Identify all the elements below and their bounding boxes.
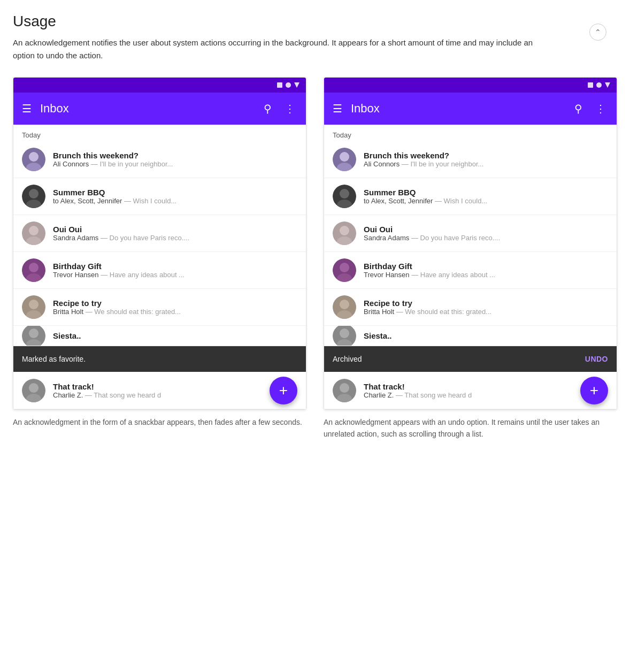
snackbar-action-right[interactable]: UNDO: [585, 355, 608, 363]
email-item-recipe-left[interactable]: Recipe to try Britta Holt — We should ea…: [13, 289, 306, 326]
snackbar-message-left: Marked as favorite.: [22, 355, 86, 363]
email-subject-oui-left: Oui Oui: [53, 225, 297, 234]
email-sender-oui-left: Sandra Adams: [53, 234, 98, 242]
email-preview-recipe-left: — We should eat this: grated...: [86, 308, 181, 316]
email-subject-bbq-left: Summer BBQ: [53, 188, 297, 197]
svg-point-7: [29, 226, 39, 235]
status-icon-square: [277, 82, 282, 88]
more-icon-left[interactable]: ⋮: [282, 100, 297, 117]
svg-point-10: [29, 263, 39, 272]
email-item-recipe-right[interactable]: Recipe to try Britta Holt — We should ea…: [324, 289, 617, 326]
avatar-brunch-left: [22, 148, 45, 171]
email-sender-charlie-left: Charlie Z.: [53, 391, 83, 399]
avatar-bbq-left: [22, 185, 45, 208]
email-item-brunch-right[interactable]: Brunch this weekend? Ali Connors — I'll …: [324, 141, 617, 178]
fab-row-right: That track! Charlie Z. — That song we he…: [324, 372, 617, 409]
email-sender-recipe-left: Britta Holt: [53, 308, 83, 316]
svg-point-4: [29, 189, 39, 198]
email-item-birthday-left[interactable]: Birthday Gift Trevor Hansen — Have any i…: [13, 252, 306, 289]
avatar-recipe-right: [333, 295, 356, 319]
email-item-bbq-right[interactable]: Summer BBQ to Alex, Scott, Jennifer — Wi…: [324, 178, 617, 215]
email-content-oui-left: Oui Oui Sandra Adams — Do you have Paris…: [53, 225, 297, 242]
email-sender-birthday-left: Trevor Hansen: [53, 271, 99, 279]
avatar-recipe-left: [22, 295, 45, 319]
email-meta-bbq-left: to Alex, Scott, Jennifer — Wish I could.…: [53, 197, 297, 205]
app-bar-left: ☰ Inbox ⚲ ⋮: [13, 93, 306, 125]
email-content-birthday-right: Birthday Gift Trevor Hansen — Have any i…: [364, 262, 608, 279]
avatar-charlie-left: [22, 379, 45, 402]
avatar-birthday-left: [22, 258, 45, 282]
svg-point-40: [340, 383, 349, 393]
section-label-left: Today: [13, 125, 306, 141]
email-item-siesta-left[interactable]: Siesta..: [13, 326, 306, 346]
avatar-charlie-right: [333, 379, 356, 402]
email-sender-birthday-right: Trevor Hansen: [364, 271, 410, 279]
email-subject-charlie-right: That track!: [364, 382, 608, 391]
email-subject-brunch-left: Brunch this weekend?: [53, 151, 297, 160]
fab-row-left: That track! Charlie Z. — That song we he…: [13, 372, 306, 409]
email-preview-birthday-right: — Have any ideas about ...: [411, 271, 495, 279]
email-meta-recipe-right: Britta Holt — We should eat this: grated…: [364, 308, 608, 316]
phone-frame-right: ☰ Inbox ⚲ ⋮ Today Brunch this weekend? A…: [324, 77, 617, 410]
app-bar-title-right: Inbox: [351, 102, 564, 116]
svg-point-34: [340, 300, 349, 309]
email-preview-bbq-right: — Wish I could...: [435, 197, 487, 205]
email-subject-recipe-right: Recipe to try: [364, 299, 608, 308]
email-subject-recipe-left: Recipe to try: [53, 299, 297, 308]
email-sender-charlie-right: Charlie Z.: [364, 391, 394, 399]
email-item-birthday-right[interactable]: Birthday Gift Trevor Hansen — Have any i…: [324, 252, 617, 289]
email-meta-birthday-right: Trevor Hansen — Have any ideas about ...: [364, 271, 608, 279]
email-content-recipe-left: Recipe to try Britta Holt — We should ea…: [53, 299, 297, 316]
email-preview-oui-right: — Do you have Paris reco....: [411, 234, 500, 242]
svg-point-16: [29, 329, 39, 338]
hamburger-icon-right[interactable]: ☰: [333, 102, 342, 115]
email-meta-oui-right: Sandra Adams — Do you have Paris reco...…: [364, 234, 608, 242]
caption-right: An acknowledgment appears with an undo o…: [324, 416, 617, 440]
avatar-brunch-right: [333, 148, 356, 171]
avatar-birthday-right: [333, 258, 356, 282]
email-preview-brunch-left: — I'll be in your neighbor...: [91, 160, 173, 168]
app-bar-title-left: Inbox: [40, 102, 253, 116]
email-meta-birthday-left: Trevor Hansen — Have any ideas about ...: [53, 271, 297, 279]
more-icon-right[interactable]: ⋮: [593, 100, 608, 117]
email-subject-siesta-left: Siesta..: [53, 331, 297, 340]
email-item-bbq-left[interactable]: Summer BBQ to Alex, Scott, Jennifer — Wi…: [13, 178, 306, 215]
email-item-oui-right[interactable]: Oui Oui Sandra Adams — Do you have Paris…: [324, 215, 617, 252]
svg-point-19: [29, 383, 39, 393]
search-icon-right[interactable]: ⚲: [572, 100, 585, 117]
email-item-oui-left[interactable]: Oui Oui Sandra Adams — Do you have Paris…: [13, 215, 306, 252]
email-content-recipe-right: Recipe to try Britta Holt — We should ea…: [364, 299, 608, 316]
avatar-siesta-left: [22, 326, 45, 346]
email-preview-recipe-right: — We should eat this: grated...: [396, 308, 491, 316]
email-item-brunch-left[interactable]: Brunch this weekend? Ali Connors — I'll …: [13, 141, 306, 178]
email-subject-bbq-right: Summer BBQ: [364, 188, 608, 197]
email-content-charlie-left: That track! Charlie Z. — That song we he…: [53, 382, 297, 399]
demos-row: ☰ Inbox ⚲ ⋮ Today Brunch this weekend? A…: [13, 77, 617, 440]
search-icon-left[interactable]: ⚲: [262, 100, 274, 117]
email-content-bbq-left: Summer BBQ to Alex, Scott, Jennifer — Wi…: [53, 188, 297, 205]
email-meta-bbq-right: to Alex, Scott, Jennifer — Wish I could.…: [364, 197, 608, 205]
fab-right[interactable]: +: [580, 377, 608, 404]
status-icon-square-right: [588, 82, 593, 88]
email-meta-oui-left: Sandra Adams — Do you have Paris reco...…: [53, 234, 297, 242]
email-content-brunch-left: Brunch this weekend? Ali Connors — I'll …: [53, 151, 297, 168]
fab-left[interactable]: +: [270, 377, 297, 404]
email-sender-brunch-left: Ali Connors: [53, 160, 89, 168]
svg-point-25: [340, 189, 349, 198]
email-content-brunch-right: Brunch this weekend? Ali Connors — I'll …: [364, 151, 608, 168]
email-subject-brunch-right: Brunch this weekend?: [364, 151, 608, 160]
email-content-oui-right: Oui Oui Sandra Adams — Do you have Paris…: [364, 225, 608, 242]
snackbar-left: Marked as favorite.: [13, 346, 306, 372]
hamburger-icon-left[interactable]: ☰: [22, 102, 32, 115]
email-subject-birthday-right: Birthday Gift: [364, 262, 608, 271]
demo-col-right: ☰ Inbox ⚲ ⋮ Today Brunch this weekend? A…: [324, 77, 617, 440]
svg-point-1: [29, 152, 39, 162]
email-subject-charlie-left: That track!: [53, 382, 297, 391]
svg-point-13: [29, 300, 39, 309]
collapse-button[interactable]: ⌃: [589, 24, 606, 41]
email-item-siesta-right[interactable]: Siesta..: [324, 326, 617, 346]
email-content-birthday-left: Birthday Gift Trevor Hansen — Have any i…: [53, 262, 297, 279]
phone-frame-left: ☰ Inbox ⚲ ⋮ Today Brunch this weekend? A…: [13, 77, 306, 410]
page-header: Usage ⌃: [13, 13, 617, 30]
status-icon-circle: [286, 82, 291, 88]
